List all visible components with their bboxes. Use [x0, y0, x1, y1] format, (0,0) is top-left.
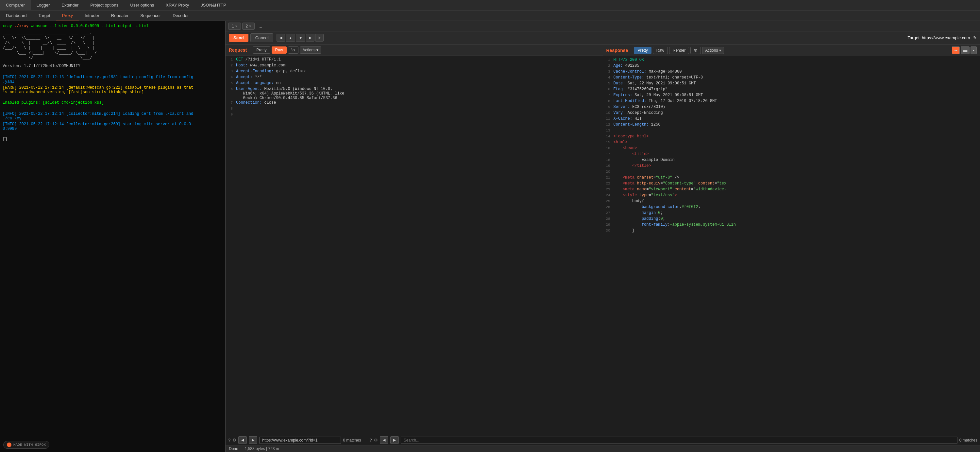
- req-nav-back[interactable]: ◀: [238, 436, 247, 444]
- resp-line-30: 30 }: [603, 228, 980, 234]
- nav-project-options[interactable]: Project options: [84, 0, 124, 10]
- terminal-log-1: [INFO] 2021-05-22 17:12:13 [default:entr…: [3, 75, 223, 84]
- request-panel: Request Pretty Raw \n Actions ▾ 1 GET /?…: [226, 45, 603, 434]
- req-pretty-tab[interactable]: Pretty: [253, 46, 270, 54]
- req-line-5: 5 Accept-Language: en: [226, 81, 603, 87]
- arrow-back[interactable]: ◀: [277, 34, 285, 42]
- second-nav: Dashboard Target Proxy Intruder Repeater…: [0, 10, 980, 21]
- main-layout: xray ./xray webscan --listen 0.0.0.0:999…: [0, 21, 980, 452]
- resp-line-20: 20: [603, 169, 980, 175]
- panels-area: Request Pretty Raw \n Actions ▾ 1 GET /?…: [226, 45, 980, 434]
- req-line-8: 8: [226, 106, 603, 112]
- view-single-icon[interactable]: ▪: [970, 46, 977, 54]
- response-header: Response Pretty Raw Render \n Actions ▾ …: [603, 45, 980, 56]
- target-info: Target: https://www.example.com ✎: [908, 35, 977, 40]
- tab-1[interactable]: 1 ×: [228, 22, 241, 30]
- xray-label: xray: [3, 24, 12, 29]
- terminal-log-3: [INFO] 2021-05-22 17:12:14 [collector:mi…: [3, 112, 223, 121]
- req-settings-icon[interactable]: ⚙: [232, 438, 236, 442]
- resp-line-2: 2 Age: 401285: [603, 64, 980, 69]
- send-button[interactable]: Send: [229, 34, 248, 42]
- resp-matches: 0 matches: [959, 438, 977, 442]
- nav-arrows: ◀ ▲ ▼ ▶ ▷: [277, 34, 324, 42]
- status-bytes: 1,588 bytes | 723 m: [245, 446, 279, 451]
- response-panel: Response Pretty Raw Render \n Actions ▾ …: [603, 45, 980, 434]
- resp-line-24: 24 <style type="text/css">: [603, 193, 980, 199]
- resp-render-tab[interactable]: Render: [669, 47, 689, 54]
- nav-repeater[interactable]: Repeater: [105, 10, 134, 21]
- view-icons: ▪▪ ▬ ▪: [952, 46, 977, 54]
- req-actions-dropdown[interactable]: Actions ▾: [300, 46, 321, 54]
- nav-sequencer[interactable]: Sequencer: [134, 10, 167, 21]
- ascii-art: ____ ___________ ________ ___ ___. \ \/ …: [3, 30, 223, 61]
- edit-icon[interactable]: ✎: [973, 35, 977, 40]
- nav-extender[interactable]: Extender: [56, 0, 84, 10]
- nav-proxy[interactable]: Proxy: [56, 10, 79, 21]
- resp-actions-dropdown[interactable]: Actions ▾: [702, 47, 724, 54]
- nav-dashboard[interactable]: Dashboard: [0, 10, 33, 21]
- resp-line-27: 27 margin:0;: [603, 211, 980, 217]
- resp-search-input[interactable]: [401, 437, 958, 444]
- resp-line-14: 14 <!doctype html>: [603, 134, 980, 140]
- req-line-3: 3 Accept-Encoding: gzip, deflate: [226, 69, 603, 75]
- arrow-up[interactable]: ▲: [286, 34, 295, 42]
- request-title: Request: [229, 48, 247, 53]
- resp-line-17: 17 <title>: [603, 152, 980, 158]
- resp-pretty-tab[interactable]: Pretty: [634, 47, 651, 54]
- nav-json-http[interactable]: JSON&HTTP: [195, 0, 232, 10]
- tab-more[interactable]: ...: [256, 23, 265, 30]
- resp-nav-back[interactable]: ◀: [380, 436, 388, 444]
- response-code-area[interactable]: 1 HTTP/2 200 OK 2 Age: 401285 3 Cache-Co…: [603, 56, 980, 434]
- arrow-forward-2[interactable]: ▷: [315, 34, 324, 42]
- nav-target[interactable]: Target: [33, 10, 56, 21]
- toolbar: Send Cancel ◀ ▲ ▼ ▶ ▷ Target: https://ww…: [226, 31, 980, 45]
- xray-path: ./xray: [14, 24, 29, 29]
- tab-2-close[interactable]: ×: [249, 24, 251, 28]
- resp-line-9: 9 Server: ECS (oxr/8310): [603, 105, 980, 110]
- req-line-4: 4 Accept: */*: [226, 75, 603, 81]
- resp-line-23: 23 <meta name="viewport" content="width=…: [603, 187, 980, 193]
- arrow-down[interactable]: ▼: [296, 34, 305, 42]
- cancel-button[interactable]: Cancel: [250, 34, 273, 42]
- resp-nav-forward[interactable]: ▶: [390, 436, 399, 444]
- view-horizontal-icon[interactable]: ▬: [961, 46, 970, 54]
- nav-xray-proxy[interactable]: XRAY Proxy: [160, 0, 195, 10]
- terminal-cursor: []: [3, 137, 223, 142]
- request-header: Request Pretty Raw \n Actions ▾: [226, 45, 603, 56]
- req-url-input[interactable]: [259, 437, 341, 444]
- resp-help-icon[interactable]: ?: [370, 438, 372, 442]
- request-code-area[interactable]: 1 GET /?id=1 HTTP/1.1 2 Host: www.exampl…: [226, 56, 603, 434]
- resp-settings-icon[interactable]: ⚙: [374, 438, 378, 442]
- req-nav-forward[interactable]: ▶: [249, 436, 257, 444]
- nav-user-options[interactable]: User options: [124, 0, 160, 10]
- resp-line-21: 21 <meta charset="utf-8" />: [603, 175, 980, 181]
- terminal-version: Version: 1.7.1/f725e41e/COMMUNITY: [3, 64, 223, 69]
- nav-decoder[interactable]: Decoder: [167, 10, 194, 21]
- resp-raw-tab[interactable]: Raw: [653, 47, 668, 54]
- resp-line-7: 7 Expires: Sat, 29 May 2021 09:08:51 GMT: [603, 93, 980, 99]
- top-nav: Comparer Logger Extender Project options…: [0, 0, 980, 10]
- resp-line-18: 18 Example Domain: [603, 158, 980, 163]
- req-raw-tab[interactable]: Raw: [272, 46, 287, 54]
- nav-comparer[interactable]: Comparer: [0, 0, 31, 10]
- tab-2[interactable]: 2 ×: [242, 22, 255, 30]
- target-url: https://www.example.com: [922, 35, 970, 40]
- response-format-tabs: Pretty Raw Render \n Actions ▾: [634, 47, 949, 54]
- right-panel: 1 × 2 × ... Send Cancel ◀ ▲ ▼ ▶ ▷ Target…: [226, 21, 980, 452]
- nav-logger[interactable]: Logger: [31, 0, 56, 10]
- resp-newline-tab[interactable]: \n: [690, 47, 701, 54]
- resp-line-28: 28 padding:0;: [603, 217, 980, 222]
- req-line-7: 7 Connection: close: [226, 101, 603, 106]
- target-label: Target:: [908, 35, 921, 40]
- status-done: Done: [229, 446, 238, 451]
- tab-1-close[interactable]: ×: [235, 24, 237, 28]
- resp-line-4: 4 Content-Type: text/html; charset=UTF-8: [603, 75, 980, 81]
- terminal-panel: xray ./xray webscan --listen 0.0.0.0:999…: [0, 21, 226, 452]
- req-newline-tab[interactable]: \n: [288, 46, 298, 54]
- req-help-icon[interactable]: ?: [228, 438, 231, 442]
- tab-1-label: 1: [232, 24, 234, 29]
- resp-line-29: 29 font-family:-apple-system,system-ui,B…: [603, 222, 980, 228]
- view-split-icon[interactable]: ▪▪: [952, 46, 959, 54]
- arrow-forward[interactable]: ▶: [306, 34, 315, 42]
- nav-intruder[interactable]: Intruder: [79, 10, 105, 21]
